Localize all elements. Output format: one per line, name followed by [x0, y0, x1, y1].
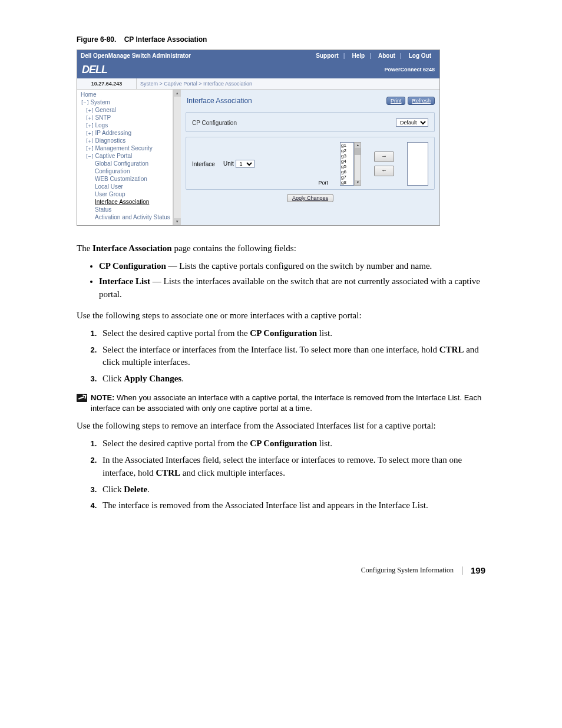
- assoc-lead: Use the following steps to associate one…: [77, 309, 485, 321]
- tree-item[interactable]: [−]System: [78, 98, 173, 106]
- logo-row: DELL PowerConnect 6248: [77, 61, 439, 78]
- port-listbox[interactable]: g1g2g3g4g5g6g7g8: [340, 142, 354, 186]
- tree-item[interactable]: [+]IP Addressing: [78, 129, 173, 137]
- tree-item[interactable]: Activation and Activity Status: [78, 213, 173, 221]
- list-item: Select the desired captive portal from t…: [99, 327, 485, 340]
- figure-caption-prefix: Figure 6-80.: [77, 35, 116, 44]
- tree-item[interactable]: [−]Captive Portal: [78, 152, 173, 160]
- cp-config-select[interactable]: Default: [396, 118, 428, 127]
- port-option[interactable]: g6: [341, 169, 353, 174]
- list-item: Select the desired captive portal from t…: [99, 437, 485, 450]
- tree-item-label: Configuration: [95, 168, 130, 174]
- screenshot: Dell OpenManage Switch Administrator Sup…: [77, 50, 440, 226]
- unit-label: Unit: [223, 160, 234, 167]
- interface-panel: Interface Unit 1 g1g2g3g4g5g6g7g8: [186, 137, 435, 190]
- device-ip: 10.27.64.243: [77, 78, 137, 89]
- port-option[interactable]: g4: [341, 159, 353, 164]
- tree-item-label: WEB Customization: [95, 176, 147, 182]
- field-bullets: CP Configuration — Lists the captive por…: [77, 260, 485, 301]
- remove-interface-button[interactable]: ←: [374, 166, 394, 176]
- tree-item-label: Global Configuration: [95, 160, 148, 167]
- note-lead: NOTE:: [91, 393, 117, 402]
- tree-item[interactable]: Global Configuration: [78, 160, 173, 167]
- remove-lead: Use the following steps to remove an int…: [77, 420, 485, 431]
- tree-item[interactable]: Home: [78, 91, 173, 98]
- port-option[interactable]: g8: [341, 180, 353, 185]
- list-item: Select the interface or interfaces from …: [99, 344, 485, 370]
- list-item: The interface is removed from the Associ…: [99, 499, 485, 512]
- tree-item-label: Status: [95, 206, 111, 213]
- interface-label: Interface: [192, 161, 215, 167]
- tree-item-label: Logs: [95, 122, 108, 129]
- tree-item-label: System: [90, 99, 110, 106]
- page-footer: Configuring System Information 199: [77, 565, 485, 575]
- apply-changes-button[interactable]: Apply Changes: [287, 194, 333, 202]
- intro-paragraph: The Interface Association page contains …: [77, 242, 485, 254]
- list-item: Interface List — Lists the interfaces av…: [99, 275, 485, 301]
- window-title: Dell OpenManage Switch Administrator: [81, 52, 309, 59]
- tree-item[interactable]: Interface Association: [78, 198, 173, 206]
- tree-toggle-icon[interactable]: [+]: [85, 116, 94, 121]
- unit-select[interactable]: 1: [236, 160, 254, 168]
- tree-item-label: Local User: [95, 183, 123, 190]
- scroll-up-icon[interactable]: ▴: [174, 90, 181, 97]
- cp-config-label: CP Configuration: [192, 120, 257, 126]
- tree-toggle-icon[interactable]: [+]: [85, 146, 94, 151]
- footer-section: Configuring System Information: [361, 566, 454, 575]
- port-option[interactable]: g2: [341, 148, 353, 153]
- list-item: Click Apply Changes.: [99, 373, 485, 386]
- tree-item[interactable]: Local User: [78, 183, 173, 190]
- tree-item-label: General: [95, 107, 116, 113]
- tree-toggle-icon[interactable]: [−]: [85, 154, 94, 159]
- port-option[interactable]: g7: [341, 174, 353, 180]
- note-icon: [77, 394, 87, 402]
- nav-support[interactable]: Support: [311, 52, 343, 59]
- tree-item[interactable]: User Group: [78, 190, 173, 198]
- window-titlebar: Dell OpenManage Switch Administrator Sup…: [77, 50, 439, 61]
- tree-toggle-icon[interactable]: [+]: [85, 123, 94, 129]
- refresh-button[interactable]: Refresh: [408, 97, 435, 105]
- tree-item[interactable]: [+]Diagnostics: [78, 137, 173, 144]
- tree-item-label: Interface Association: [95, 199, 149, 205]
- tree-toggle-icon[interactable]: [+]: [85, 139, 94, 144]
- nav-tree[interactable]: Home[−]System[+]General[+]SNTP[+]Logs[+]…: [77, 90, 173, 225]
- tree-toggle-icon[interactable]: [+]: [85, 131, 94, 136]
- lb-scroll-down-icon[interactable]: ▾: [355, 180, 361, 185]
- tree-item[interactable]: [+]Management Security: [78, 144, 173, 152]
- tree-item-label: Diagnostics: [95, 137, 125, 144]
- tree-item[interactable]: WEB Customization: [78, 175, 173, 183]
- remove-steps: Select the desired captive portal from t…: [77, 437, 485, 512]
- scroll-down-icon[interactable]: ▾: [174, 218, 181, 225]
- list-item: CP Configuration — Lists the captive por…: [99, 260, 485, 273]
- port-option[interactable]: g3: [341, 153, 353, 159]
- figure-caption-title: CP Interface Association: [124, 35, 207, 44]
- figure-caption: Figure 6-80. CP Interface Association: [77, 35, 485, 44]
- port-option[interactable]: g5: [341, 164, 353, 169]
- tree-item[interactable]: Configuration: [78, 167, 173, 175]
- print-button[interactable]: Print: [386, 97, 406, 105]
- tree-toggle-icon[interactable]: [−]: [81, 100, 89, 106]
- lb-scroll-up-icon[interactable]: ▴: [355, 143, 361, 148]
- associated-listbox[interactable]: [407, 142, 428, 186]
- nav-about[interactable]: About: [373, 52, 400, 59]
- port-option[interactable]: g1: [341, 143, 353, 148]
- breadcrumb-row: 10.27.64.243 System > Captive Portal > I…: [77, 78, 439, 90]
- product-name: PowerConnect 6248: [384, 67, 435, 73]
- nav-help[interactable]: Help: [347, 52, 369, 59]
- list-item: In the Associated Interfaces field, sele…: [99, 454, 485, 480]
- tree-item[interactable]: [+]SNTP: [78, 114, 173, 121]
- nav-logout[interactable]: Log Out: [404, 52, 436, 59]
- tree-item-label: Activation and Activity Status: [95, 214, 170, 220]
- tree-item-label: User Group: [95, 191, 125, 197]
- tree-item-label: Captive Portal: [95, 153, 132, 159]
- assoc-steps: Select the desired captive portal from t…: [77, 327, 485, 386]
- tree-item[interactable]: Status: [78, 206, 173, 213]
- tree-scrollbar[interactable]: ▴ ▾: [173, 90, 181, 225]
- tree-toggle-icon[interactable]: [+]: [85, 108, 94, 113]
- page-title: Interface Association: [186, 94, 384, 107]
- port-label: Port: [318, 180, 328, 186]
- tree-item[interactable]: [+]General: [78, 106, 173, 114]
- listbox-scrollbar[interactable]: ▴ ▾: [354, 142, 361, 186]
- add-interface-button[interactable]: →: [374, 151, 394, 162]
- tree-item[interactable]: [+]Logs: [78, 121, 173, 129]
